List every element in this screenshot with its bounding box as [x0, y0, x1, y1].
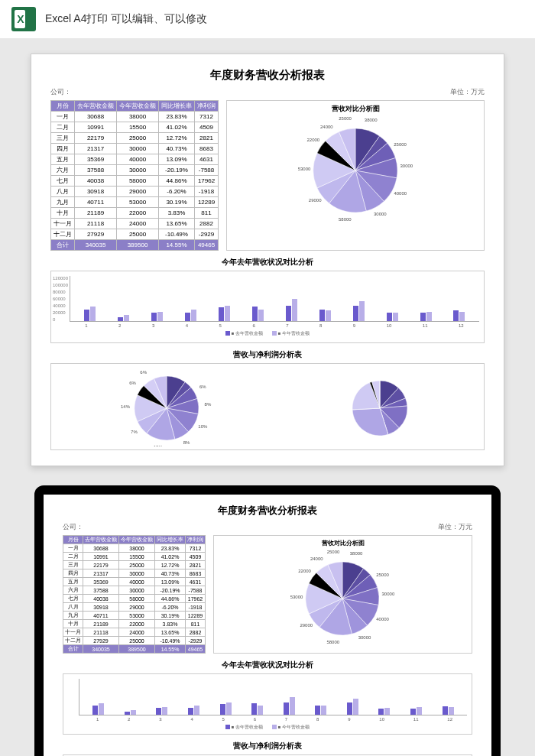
- bar-title: 今年去年营收状况对比分析: [50, 257, 485, 268]
- bar-legend: ■ 去年营收金额 ■ 今年营收金额: [56, 330, 479, 337]
- svg-text:30000: 30000: [374, 212, 387, 216]
- svg-text:8%: 8%: [183, 440, 190, 445]
- header-text: Excel A4打印 可以编辑、可以修改: [45, 12, 207, 26]
- svg-text:40000: 40000: [394, 191, 407, 196]
- table-row: 五月353694000013.09%4631: [63, 578, 206, 586]
- sum-row: 合计34003538950014.55%49465: [51, 240, 219, 251]
- laptop-inner: 年度财务营收分析报表 公司：单位：万元 月份去年营收金额今年营收金额同比增长率净…: [44, 495, 491, 756]
- svg-text:25000: 25000: [327, 550, 340, 554]
- svg-text:15%: 15%: [154, 445, 164, 446]
- pie1-title: 营收对比分析图: [230, 104, 481, 114]
- bar-chart: 120000100000800006000040000200000 123456…: [50, 271, 485, 343]
- pie1-svg: 3800025000300004000030000580002900053000…: [287, 115, 424, 222]
- table-row: 二月109911550041.02%4509: [51, 122, 219, 133]
- svg-text:58000: 58000: [339, 217, 352, 222]
- table-row: 九月407115300030.19%12289: [63, 612, 206, 620]
- svg-text:30000: 30000: [358, 635, 371, 640]
- table-row: 三月221792500012.72%2821: [51, 133, 219, 144]
- table-row: 九月407115300030.19%12289: [51, 197, 219, 208]
- table-row: 六月3758830000-20.19%-7588: [51, 165, 219, 176]
- table-row: 一月306883800023.83%7312: [51, 112, 219, 122]
- svg-text:38000: 38000: [350, 551, 363, 556]
- svg-text:25000: 25000: [376, 573, 389, 577]
- svg-text:25000: 25000: [394, 142, 407, 147]
- header-bar: X Excel A4打印 可以编辑、可以修改: [0, 0, 535, 38]
- mini-table: 月份去年营收金额今年营收金额同比增长率净利润 一月306883800023.83…: [63, 535, 206, 654]
- table-row: 八月3091829000-6.20%-1918: [63, 603, 206, 612]
- svg-text:6%: 6%: [129, 381, 136, 385]
- mini-title: 年度财务营收分析报表: [63, 504, 472, 518]
- table-row: 十二月2792925000-10.49%-2929: [51, 229, 219, 240]
- sum-row: 合计34003538950014.55%49465: [63, 645, 206, 654]
- svg-text:24000: 24000: [310, 556, 323, 561]
- table-row: 七月400385800044.86%17962: [51, 176, 219, 187]
- pie-chart-1: 营收对比分析图 38000250003000040000300005800029…: [226, 100, 485, 251]
- laptop-section: 年度财务营收分析报表 公司：单位：万元 月份去年营收金额今年营收金额同比增长率净…: [0, 478, 535, 756]
- pie3-svg: [323, 370, 437, 446]
- svg-text:14%: 14%: [121, 404, 131, 409]
- unit-label: 单位：万元: [450, 87, 485, 97]
- table-row: 四月213173000040.73%8683: [51, 144, 219, 154]
- table-row: 十二月2792925000-10.49%-2929: [63, 637, 206, 645]
- table-row: 六月3758830000-20.19%-7588: [63, 586, 206, 595]
- mini-pie1: 营收对比分析图 38000250003000040000300005800029…: [213, 535, 472, 654]
- svg-text:30000: 30000: [382, 592, 395, 596]
- table-row: 一月306883800023.83%7312: [63, 544, 206, 553]
- svg-text:24000: 24000: [320, 125, 333, 129]
- sub-row: 公司： 单位：万元: [50, 87, 485, 97]
- svg-text:10%: 10%: [198, 424, 208, 429]
- svg-text:7%: 7%: [131, 430, 138, 434]
- table-row: 十一月211182400013.65%2882: [51, 219, 219, 229]
- laptop: 年度财务营收分析报表 公司：单位：万元 月份去年营收金额今年营收金额同比增长率净…: [15, 485, 520, 756]
- svg-text:29000: 29000: [300, 623, 313, 628]
- laptop-screen: 年度财务营收分析报表 公司：单位：万元 月份去年营收金额今年营收金额同比增长率净…: [34, 485, 501, 756]
- svg-text:40000: 40000: [376, 617, 389, 621]
- svg-text:25000: 25000: [339, 116, 352, 121]
- company-label: 公司：: [50, 87, 71, 97]
- data-table: 月份去年营收金额今年营收金额同比增长率净利润 一月306883800023.83…: [50, 100, 219, 251]
- card-wrap: 年度财务营收分析报表 公司： 单位：万元 月份去年营收金额今年营收金额同比增长率…: [0, 38, 535, 478]
- svg-text:8%: 8%: [205, 402, 212, 407]
- document-card: 年度财务营收分析报表 公司： 单位：万元 月份去年营收金额今年营收金额同比增长率…: [31, 54, 504, 466]
- svg-text:22000: 22000: [306, 138, 319, 142]
- table-row: 十月21189220003.83%811: [63, 620, 206, 628]
- table-row: 四月213173000040.73%8683: [63, 569, 206, 578]
- pies-row: 10%6%8%10%8%15%7%14%6%6%6%: [50, 363, 485, 450]
- pies-title: 营收与净利润分析表: [50, 349, 485, 360]
- svg-text:30000: 30000: [400, 164, 413, 168]
- svg-text:53000: 53000: [298, 167, 311, 171]
- svg-text:53000: 53000: [290, 595, 303, 599]
- table-row: 五月353694000013.09%4631: [51, 154, 219, 165]
- table-row: 三月221792500012.72%2821: [63, 561, 206, 569]
- table-row: 二月109911550041.02%4509: [63, 553, 206, 561]
- svg-text:58000: 58000: [326, 640, 339, 644]
- table-row: 八月3091829000-6.20%-1918: [51, 187, 219, 197]
- table-row: 七月400385800044.86%17962: [63, 595, 206, 603]
- svg-text:6%: 6%: [199, 384, 206, 389]
- svg-text:22000: 22000: [298, 569, 311, 573]
- table-row: 十一月211182400013.65%2882: [63, 628, 206, 637]
- table-row: 十月21189220003.83%811: [51, 208, 219, 219]
- svg-text:6%: 6%: [140, 370, 147, 375]
- excel-icon: X: [11, 7, 36, 31]
- svg-text:38000: 38000: [365, 118, 378, 122]
- doc-title: 年度财务营收分析报表: [50, 68, 485, 83]
- mini-bar: 123456789101112 ■ 去年营收金额 ■ 今年营收金额: [63, 673, 472, 735]
- pie2-svg: 10%6%8%10%8%15%7%14%6%6%6%: [98, 370, 235, 446]
- svg-text:29000: 29000: [309, 198, 322, 203]
